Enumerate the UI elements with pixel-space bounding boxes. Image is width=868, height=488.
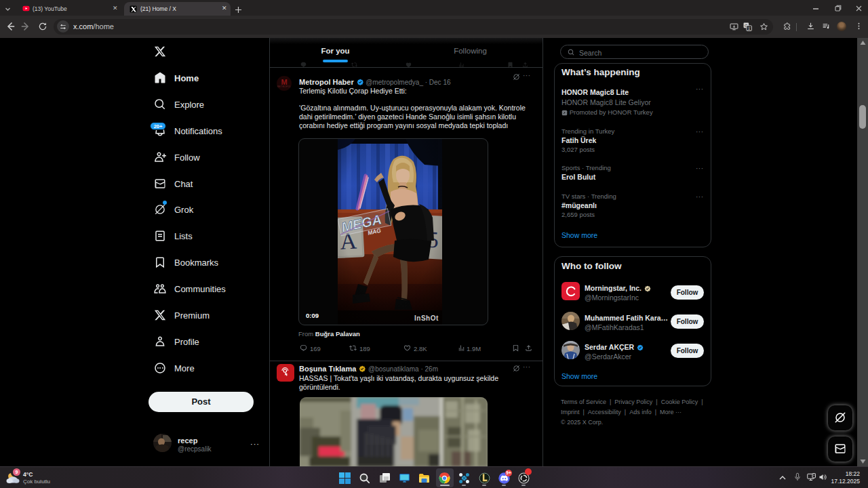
svg-text:文: 文 — [747, 26, 751, 30]
